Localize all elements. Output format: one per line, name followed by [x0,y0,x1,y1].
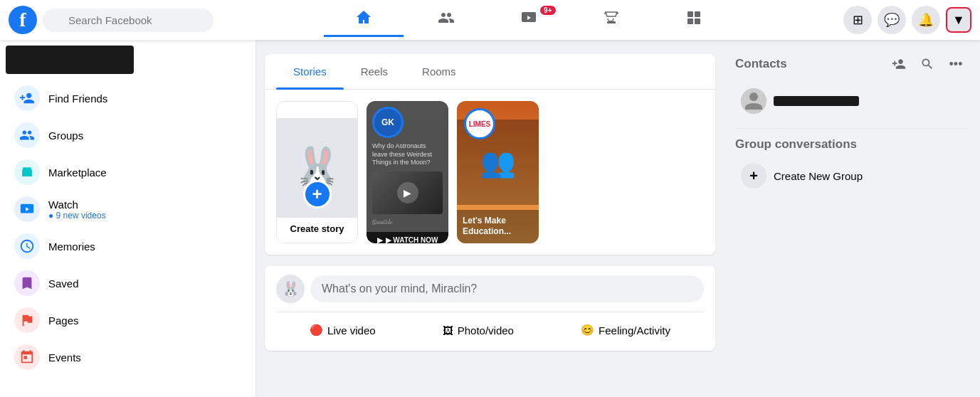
events-label: Events [48,351,81,364]
marketplace-icon [603,9,620,31]
pages-icon [14,307,40,333]
post-box: 🐰 What's on your mind, Miraclin? 🔴 Live … [265,266,715,351]
marketplace-sidebar-icon [14,159,40,185]
groups-label: Groups [48,129,83,142]
nav-center: 9+ [214,3,843,37]
nav-tab-groups[interactable] [654,3,734,37]
live-video-button[interactable]: 🔴 Live video [298,318,387,342]
more-contacts-button[interactable]: ••• [943,51,969,77]
marketplace-label: Marketplace [48,166,107,179]
sidebar-item-saved[interactable]: Saved [6,265,250,302]
add-contact-button[interactable] [886,51,912,77]
feeling-label: Feeling/Activity [599,324,670,337]
top-nav: f 🔍 9+ [0,0,980,40]
notifications-button[interactable]: 🔔 [912,6,940,34]
group-conversations-title: Group conversations [735,137,969,152]
post-divider [276,312,704,312]
photo-video-icon: 🖼 [443,324,453,337]
nav-tab-marketplace[interactable] [571,3,651,37]
watch-sidebar-icon [14,196,40,222]
svg-rect-4 [687,18,693,24]
tab-stories[interactable]: Stories [276,54,344,89]
tab-rooms[interactable]: Rooms [405,54,473,89]
sidebar-item-groups[interactable]: Groups [6,117,250,154]
create-story-plus-btn[interactable]: + [303,180,332,208]
svg-rect-5 [695,18,700,24]
user-profile-bar [6,46,134,74]
tab-reels[interactable]: Reels [344,54,405,89]
svg-rect-2 [687,11,693,17]
sidebar-item-pages[interactable]: Pages [6,302,250,339]
create-story-label: Create story [277,218,357,243]
center-content: Stories Reels Rooms 🐰 + Create story GK [256,40,724,397]
watch-now-badge: ▶ ▶ WATCH NOW [367,232,448,243]
contact-name-bar [774,96,859,106]
live-video-label: Live video [327,324,376,337]
education-name: Let's Make Education... [457,210,539,243]
education-avatar: LIMES [464,108,495,139]
grid-button[interactable]: ⊞ [843,6,872,34]
search-contacts-button[interactable] [915,51,940,77]
contacts-actions: ••• [886,51,969,77]
search-wrap: 🔍 [37,9,214,32]
home-icon [355,9,372,30]
contact-avatar [741,88,766,114]
svg-point-7 [749,92,758,101]
photo-video-button[interactable]: 🖼 Photo/video [431,318,525,342]
post-avatar: 🐰 [276,275,305,303]
friends-icon [438,9,455,31]
contacts-header: Contacts ••• [735,51,969,77]
pages-label: Pages [48,314,79,327]
mr-gk-avatar: GK [372,107,404,138]
create-new-group-button[interactable]: + Create New Group [735,157,969,194]
stories-tabs: Stories Reels Rooms [265,54,715,90]
messenger-button[interactable]: 💬 [878,6,906,34]
stories-grid: 🐰 + Create story GK Why do Astronauts le… [265,90,715,255]
watch-icon [520,9,537,31]
watch-sub-label: ● 9 new videos [48,211,106,221]
nav-right: ⊞ 💬 🔔 ▼ [843,6,971,34]
live-video-icon: 🔴 [310,324,323,337]
saved-icon [14,270,40,296]
mr-gk-bg: GK Why do Astronauts leave these Weirdes… [367,101,448,243]
main-layout: Find Friends Groups Marketplace Watch ● … [0,40,980,397]
contact-item[interactable] [735,83,969,120]
photo-video-label: Photo/video [458,324,514,337]
facebook-logo: f [9,6,37,34]
groups-nav-icon [685,9,702,31]
memories-icon [14,233,40,259]
sidebar-item-memories[interactable]: Memories [6,228,250,265]
stories-card: Stories Reels Rooms 🐰 + Create story GK [265,54,715,255]
sidebar-item-marketplace[interactable]: Marketplace [6,154,250,191]
left-sidebar: Find Friends Groups Marketplace Watch ● … [0,40,256,397]
find-friends-icon [14,85,40,111]
post-input[interactable]: What's on your mind, Miraclin? [310,275,704,302]
svg-rect-1 [607,21,616,23]
right-sidebar: Contacts ••• Group conversations [724,40,980,397]
watch-info: Watch ● 9 new videos [48,198,106,221]
create-group-label: Create New Group [774,170,863,182]
svg-rect-3 [695,11,700,17]
find-friends-label: Find Friends [48,92,107,105]
saved-label: Saved [48,277,79,290]
dropdown-button[interactable]: ▼ [946,7,971,33]
events-icon [14,344,40,370]
watch-badge: 9+ [540,6,555,15]
search-input[interactable] [43,9,214,32]
sidebar-item-find-friends[interactable]: Find Friends [6,80,250,117]
feeling-activity-button[interactable]: 😊 Feeling/Activity [569,318,682,342]
contacts-divider [735,128,969,129]
contacts-title: Contacts [735,57,787,71]
create-group-icon: + [741,163,766,189]
nav-tab-friends[interactable] [406,3,486,37]
nav-tab-home[interactable] [324,3,404,37]
nav-tab-watch[interactable]: 9+ [489,3,569,37]
post-actions: 🔴 Live video 🖼 Photo/video 😊 Feeling/Act… [276,318,704,342]
story-item-education[interactable]: LIMES 👥 Let's Make Education... [457,101,539,243]
sidebar-item-watch[interactable]: Watch ● 9 new videos [6,191,250,228]
sidebar-item-events[interactable]: Events [6,339,250,376]
story-item-mr-gk[interactable]: GK Why do Astronauts leave these Weirdes… [367,101,448,243]
create-story-item[interactable]: 🐰 + Create story [276,101,358,243]
groups-icon [14,122,40,148]
education-bg: LIMES 👥 Let's Make Education... [457,101,539,243]
